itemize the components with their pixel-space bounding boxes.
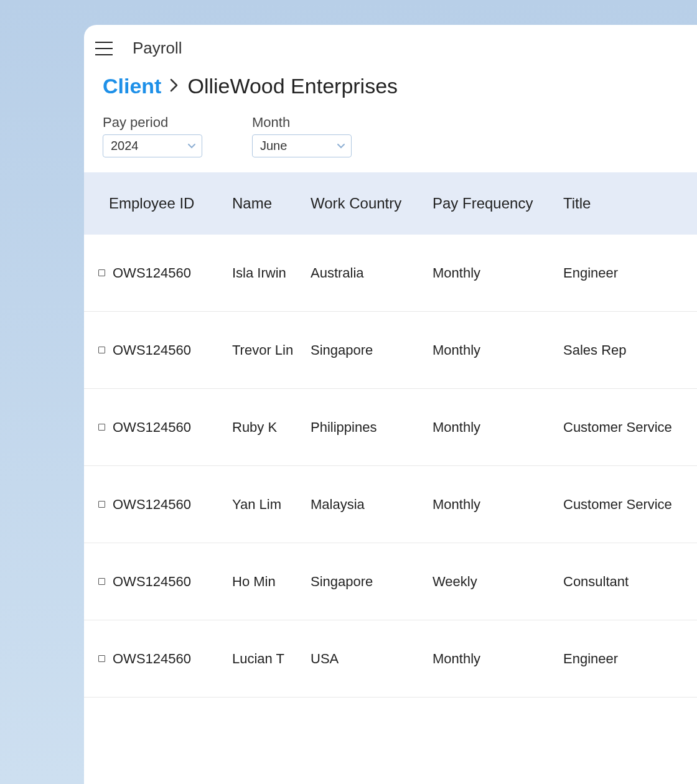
month-select[interactable]: June: [252, 134, 352, 157]
month-value: June: [260, 139, 287, 152]
cell-name: Yan Lim: [232, 497, 311, 513]
cell-pay-frequency: Monthly: [433, 265, 563, 281]
table-row[interactable]: OWS124560 Isla Irwin Australia Monthly E…: [84, 235, 697, 312]
hamburger-menu-icon[interactable]: [95, 42, 113, 55]
cell-name: Ruby K: [232, 419, 311, 436]
cell-pay-frequency: Monthly: [433, 419, 563, 436]
column-header-name: Name: [232, 195, 311, 212]
row-checkbox[interactable]: [94, 424, 109, 431]
row-checkbox[interactable]: [94, 501, 109, 508]
cell-employee-id: OWS124560: [109, 342, 232, 358]
cell-pay-frequency: Monthly: [433, 342, 563, 358]
breadcrumb-link-client[interactable]: Client: [103, 74, 161, 98]
cell-employee-id: OWS124560: [109, 419, 232, 436]
table-row[interactable]: OWS124560 Lucian T USA Monthly Engineer: [84, 620, 697, 698]
employee-table: Employee ID Name Work Country Pay Freque…: [84, 172, 697, 698]
table-header-row: Employee ID Name Work Country Pay Freque…: [84, 172, 697, 235]
chevron-right-icon: [170, 77, 179, 96]
cell-name: Trevor Lin: [232, 342, 311, 358]
cell-pay-frequency: Weekly: [433, 574, 563, 590]
cell-title: Customer Service: [563, 497, 697, 513]
cell-work-country: Singapore: [311, 342, 433, 358]
pay-period-value: 2024: [111, 139, 139, 152]
cell-title: Customer Service: [563, 419, 697, 436]
table-row[interactable]: OWS124560 Ruby K Philippines Monthly Cus…: [84, 389, 697, 466]
pay-period-select[interactable]: 2024: [103, 134, 202, 157]
pay-period-label: Pay period: [103, 114, 202, 131]
column-header-title: Title: [563, 195, 697, 212]
row-checkbox[interactable]: [94, 347, 109, 353]
cell-title: Sales Rep: [563, 342, 697, 358]
cell-employee-id: OWS124560: [109, 574, 232, 590]
month-label: Month: [252, 114, 352, 131]
cell-employee-id: OWS124560: [109, 265, 232, 281]
cell-title: Engineer: [563, 265, 697, 281]
row-checkbox[interactable]: [94, 269, 109, 276]
cell-name: Ho Min: [232, 574, 311, 590]
cell-employee-id: OWS124560: [109, 651, 232, 667]
cell-name: Isla Irwin: [232, 265, 311, 281]
breadcrumb-current: OllieWood Enterprises: [187, 74, 398, 98]
column-header-pay-frequency: Pay Frequency: [433, 195, 563, 212]
cell-work-country: USA: [311, 651, 433, 667]
app-window: Payroll Client OllieWood Enterprises Pay…: [84, 25, 697, 784]
cell-work-country: Singapore: [311, 574, 433, 590]
cell-pay-frequency: Monthly: [433, 497, 563, 513]
pay-period-filter: Pay period 2024: [103, 114, 202, 157]
app-header: Payroll: [84, 25, 697, 65]
row-checkbox[interactable]: [94, 578, 109, 585]
filters-row: Pay period 2024 Month June: [84, 110, 697, 172]
row-checkbox[interactable]: [94, 655, 109, 662]
cell-employee-id: OWS124560: [109, 497, 232, 513]
table-row[interactable]: OWS124560 Trevor Lin Singapore Monthly S…: [84, 312, 697, 389]
column-header-employee-id: Employee ID: [109, 195, 232, 212]
chevron-down-icon: [188, 144, 195, 149]
cell-pay-frequency: Monthly: [433, 651, 563, 667]
cell-work-country: Australia: [311, 265, 433, 281]
cell-name: Lucian T: [232, 651, 311, 667]
chevron-down-icon: [337, 144, 345, 149]
table-row[interactable]: OWS124560 Ho Min Singapore Weekly Consul…: [84, 543, 697, 620]
column-header-work-country: Work Country: [311, 195, 433, 212]
page-title: Payroll: [133, 39, 182, 58]
cell-title: Engineer: [563, 651, 697, 667]
breadcrumb: Client OllieWood Enterprises: [84, 65, 697, 110]
table-row[interactable]: OWS124560 Yan Lim Malaysia Monthly Custo…: [84, 466, 697, 543]
month-filter: Month June: [252, 114, 352, 157]
cell-title: Consultant: [563, 574, 697, 590]
cell-work-country: Philippines: [311, 419, 433, 436]
cell-work-country: Malaysia: [311, 497, 433, 513]
